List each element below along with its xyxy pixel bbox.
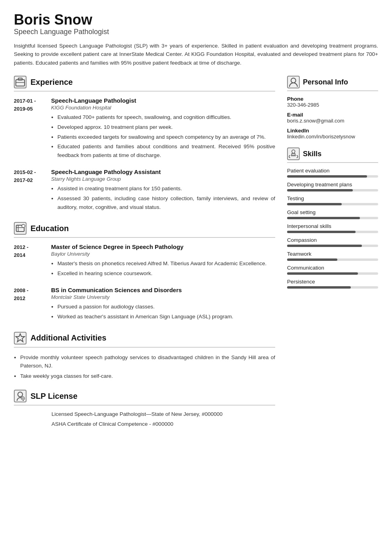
bullet-item: Pursued a passion for audiology classes.: [57, 302, 275, 311]
personal-info-header: Personal Info: [287, 76, 378, 91]
skill-label: Compassion: [287, 237, 378, 243]
email-label: E-mail: [287, 112, 378, 118]
skill-label: Interpersonal skills: [287, 223, 378, 229]
skill-bar-fill: [287, 189, 353, 191]
skill-bar-fill: [287, 175, 367, 178]
candidate-name: Boris Snow: [14, 12, 378, 28]
skill-label: Persistence: [287, 279, 378, 285]
entry-org: Baylor University: [51, 251, 275, 257]
entry-content: Speech-Language Pathologist KIGG Foundat…: [51, 97, 275, 161]
bullet-item: Excelled in hearing science coursework.: [57, 269, 275, 278]
skills-title: Skills: [303, 150, 322, 158]
phone-value: 320-346-2985: [287, 102, 378, 108]
svg-point-6: [22, 224, 25, 228]
svg-point-12: [291, 78, 296, 83]
entry-title: Speech-Language Pathology Assistant: [51, 168, 275, 175]
education-header: Education: [14, 222, 275, 238]
skill-bar-fill: [287, 217, 360, 219]
personal-info-icon: [287, 76, 300, 88]
skill-label: Communication: [287, 265, 378, 271]
bullet-item: Evaluated 700+ patients for speech, swal…: [57, 113, 275, 122]
education-section: Education 2012 -2014 Master of Science D…: [14, 222, 275, 322]
entry-content: Speech-Language Pathology Assistant Star…: [51, 168, 275, 212]
skill-bar-fill: [287, 272, 358, 275]
experience-icon: [14, 76, 27, 88]
entry-content: BS in Communication Sciences and Disorde…: [51, 287, 275, 322]
activities-icon: [14, 332, 27, 344]
bullet-item: Developed approx. 10 treatment plans per…: [57, 123, 275, 132]
skill-item: Developing treatment plans: [287, 182, 378, 191]
bullet-item: Assisted in creating treatment plans for…: [57, 184, 275, 193]
experience-entry: 2015-02 -2017-02 Speech-Language Patholo…: [14, 168, 275, 212]
skill-bar-bg: [287, 203, 378, 205]
education-entry: 2008 -2012 BS in Communication Sciences …: [14, 287, 275, 322]
license-title: SLP License: [30, 392, 78, 401]
skill-bar-bg: [287, 272, 378, 275]
skill-label: Teamwork: [287, 251, 378, 257]
activities-title: Additional Activities: [30, 333, 107, 343]
entry-bullets: Assisted in creating treatment plans for…: [51, 184, 275, 211]
linkedin-label: LinkedIn: [287, 128, 378, 134]
entry-dates: 2012 -2014: [14, 243, 46, 279]
right-column: Personal Info Phone 320-346-2985 E-mail …: [287, 76, 378, 436]
education-title: Education: [30, 224, 69, 233]
summary-text: Insightful licensed Speech Language Path…: [14, 42, 378, 67]
skill-label: Goal setting: [287, 209, 378, 215]
phone-label: Phone: [287, 96, 378, 102]
skill-item: Testing: [287, 195, 378, 205]
skill-bar-bg: [287, 286, 378, 289]
license-item: Licensed Speech-Language Pathologist—Sta…: [51, 411, 275, 417]
svg-point-8: [18, 392, 23, 397]
experience-entries: 2017-01 -2019-05 Speech-Language Patholo…: [14, 97, 275, 212]
skill-bar-bg: [287, 175, 378, 178]
entry-dates: 2008 -2012: [14, 287, 46, 322]
entry-title: BS in Communication Sciences and Disorde…: [51, 287, 275, 293]
experience-section: Experience 2017-01 -2019-05 Speech-Langu…: [14, 76, 275, 212]
bullet-item: Assessed 30 patients, including case his…: [57, 194, 275, 211]
resume-header: Boris Snow Speech Language Pathologist I…: [14, 12, 378, 67]
bullet-item: Worked as teacher's assistant in America…: [57, 312, 275, 321]
entry-org: Montclair State University: [51, 294, 275, 300]
skill-label: Developing treatment plans: [287, 182, 378, 188]
skill-item: Interpersonal skills: [287, 223, 378, 233]
svg-marker-7: [16, 334, 25, 342]
entry-org: KIGG Foundation Hospital: [51, 105, 275, 111]
skill-bar-fill: [287, 258, 337, 261]
entry-dates: 2017-01 -2019-05: [14, 97, 46, 161]
skill-item: Communication: [287, 265, 378, 275]
candidate-title: Speech Language Pathologist: [14, 28, 378, 36]
license-header: SLP License: [14, 390, 275, 406]
experience-title: Experience: [30, 78, 73, 87]
skills-icon: [287, 147, 300, 160]
skills-section: Skills Patient evaluation Developing tre…: [287, 147, 378, 289]
bullet-item: Educated patients and families about con…: [57, 142, 275, 159]
skills-list: Patient evaluation Developing treatment …: [287, 168, 378, 289]
personal-info-section: Personal Info Phone 320-346-2985 E-mail …: [287, 76, 378, 140]
entry-dates: 2015-02 -2017-02: [14, 168, 46, 212]
license-section: SLP License Licensed Speech-Language Pat…: [14, 390, 275, 427]
entry-bullets: Master's thesis on phonetics received Al…: [51, 259, 275, 278]
skill-item: Goal setting: [287, 209, 378, 219]
entry-org: Starry Nights Language Group: [51, 176, 275, 182]
activity-item: Take weekly yoga classes for self-care.: [20, 372, 275, 381]
entry-title: Master of Science Degree in Speech Patho…: [51, 243, 275, 250]
email-item: E-mail boris.z.snow@gmail.com: [287, 112, 378, 124]
skill-label: Patient evaluation: [287, 168, 378, 174]
left-column: Experience 2017-01 -2019-05 Speech-Langu…: [14, 76, 275, 436]
skill-item: Compassion: [287, 237, 378, 247]
license-icon: [14, 390, 27, 402]
skill-bar-bg: [287, 217, 378, 219]
entry-bullets: Pursued a passion for audiology classes.…: [51, 302, 275, 321]
skill-item: Patient evaluation: [287, 168, 378, 178]
education-icon: [14, 222, 27, 235]
skills-header: Skills: [287, 147, 378, 163]
skill-bar-fill: [287, 245, 362, 247]
activities-list: Provide monthly volunteer speech patholo…: [14, 353, 275, 381]
activity-item: Provide monthly volunteer speech patholo…: [20, 353, 275, 370]
education-entry: 2012 -2014 Master of Science Degree in S…: [14, 243, 275, 279]
license-items: Licensed Speech-Language Pathologist—Sta…: [14, 411, 275, 427]
skill-bar-bg: [287, 245, 378, 247]
skill-bar-bg: [287, 189, 378, 191]
skill-bar-bg: [287, 258, 378, 261]
license-item: ASHA Certificate of Clinical Competence …: [51, 421, 275, 427]
